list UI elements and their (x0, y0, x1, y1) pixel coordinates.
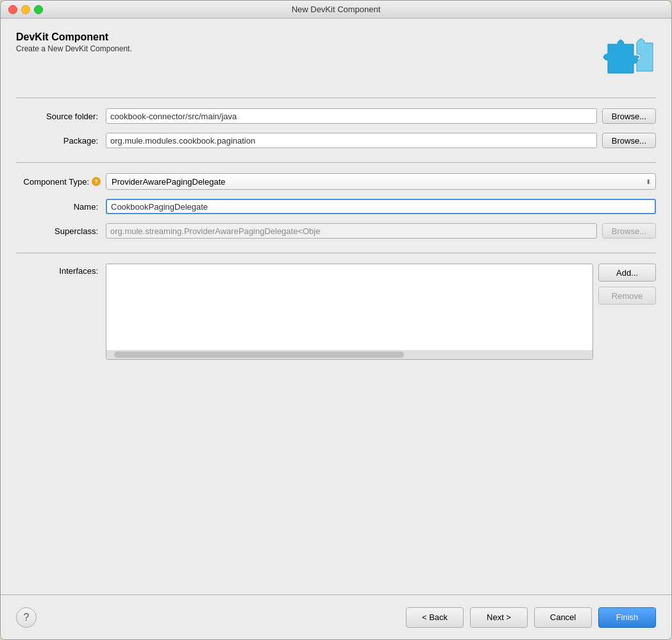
superclass-row: Superclass: Browse... (16, 223, 656, 239)
footer-left: ? (16, 607, 37, 628)
superclass-input (106, 223, 597, 239)
superclass-browse-button: Browse... (602, 223, 656, 239)
interfaces-row: Interfaces: Add... Remove (16, 264, 656, 360)
remove-button: Remove (598, 287, 656, 305)
content-area: DevKit Component Create a New DevKit Com… (1, 19, 671, 594)
back-button[interactable]: < Back (406, 607, 464, 628)
footer-right: < Back Next > Cancel Finish (406, 607, 656, 628)
interfaces-buttons: Add... Remove (598, 264, 656, 305)
puzzle-icon (598, 31, 656, 85)
component-type-select[interactable]: ProviderAwarePagingDelegate (106, 173, 656, 190)
header-title: DevKit Component (16, 31, 132, 43)
package-input[interactable] (106, 133, 597, 148)
title-bar: New DevKit Component (1, 1, 671, 19)
name-row: Name: (16, 199, 656, 214)
superclass-label: Superclass: (16, 226, 106, 236)
source-folder-label: Source folder: (16, 112, 106, 121)
horizontal-scrollbar[interactable] (106, 350, 592, 359)
component-type-row: Component Type: ? ProviderAwarePagingDel… (16, 173, 656, 190)
source-folder-row: Source folder: Browse... (16, 108, 656, 124)
window-title: New DevKit Component (292, 4, 381, 14)
section-divider-2 (16, 253, 656, 253)
section-divider-1 (16, 162, 656, 163)
window: New DevKit Component DevKit Component Cr… (0, 0, 672, 640)
scrollbar-thumb[interactable] (114, 351, 404, 358)
source-folder-input[interactable] (106, 108, 597, 124)
close-button[interactable] (8, 5, 17, 14)
next-button[interactable]: Next > (470, 607, 528, 628)
footer: ? < Back Next > Cancel Finish (1, 594, 671, 639)
name-input[interactable] (106, 199, 656, 214)
header-subtitle: Create a New DevKit Component. (16, 44, 132, 53)
maximize-button[interactable] (34, 5, 43, 14)
header-section: DevKit Component Create a New DevKit Com… (16, 31, 656, 85)
finish-button[interactable]: Finish (598, 607, 656, 628)
top-divider (16, 97, 656, 98)
window-controls (8, 5, 43, 14)
name-label: Name: (16, 202, 106, 212)
component-type-label: Component Type: ? (16, 177, 106, 187)
component-type-select-wrapper: ProviderAwarePagingDelegate ⬍ (106, 173, 656, 190)
minimize-button[interactable] (21, 5, 30, 14)
package-browse-button[interactable]: Browse... (602, 133, 656, 148)
package-label: Package: (16, 136, 106, 146)
interfaces-label: Interfaces: (16, 264, 106, 276)
header-text: DevKit Component Create a New DevKit Com… (16, 31, 132, 53)
cancel-button[interactable]: Cancel (534, 607, 592, 628)
help-button[interactable]: ? (16, 607, 37, 628)
interfaces-list (106, 264, 593, 360)
package-row: Package: Browse... (16, 133, 656, 148)
info-icon: ? (92, 177, 101, 186)
source-folder-browse-button[interactable]: Browse... (602, 108, 656, 124)
add-button[interactable]: Add... (598, 264, 656, 282)
